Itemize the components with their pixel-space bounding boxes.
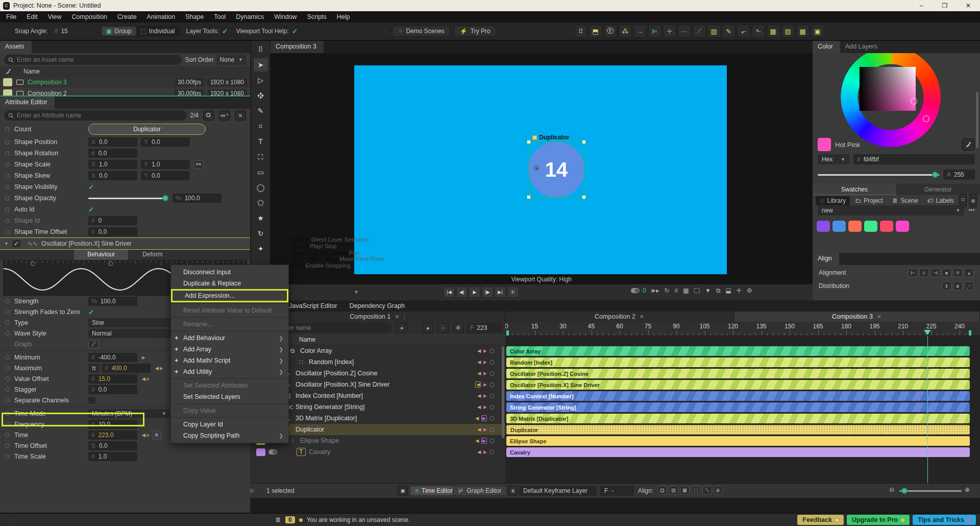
input-connection-icon[interactable]: ◀ [477,360,481,365]
output-connection-icon[interactable]: ▶ [483,404,487,410]
distribute-button-2[interactable]: ⋰ [964,281,974,291]
error-count-badge[interactable]: 0 [285,516,295,523]
dock-options-icon[interactable]: ▣ [398,486,408,496]
selection-handle[interactable] [527,140,531,144]
attribute-dot-icon[interactable] [5,140,10,145]
align-button-5[interactable]: ⌅ [964,268,974,277]
minimize-button[interactable]: – [910,2,933,9]
viewport-composition-tab[interactable]: Composition 3 [271,41,324,53]
menu-item-set-selected-layers[interactable]: Set Selected Layers [171,391,288,402]
attribute-dot-icon[interactable] [5,422,10,426]
align-button-3[interactable]: ⌆ [942,268,951,277]
attribute-dot-icon[interactable] [5,151,10,156]
close-button[interactable]: ✕ [957,2,980,9]
remove-connection-button[interactable]: ✕ [152,431,161,440]
color-swatch[interactable] [832,221,846,232]
attribute-dot-icon[interactable] [5,196,10,201]
menu-animation[interactable]: Animation [147,13,176,20]
falloff-icon[interactable]: Ⓕ [604,25,617,38]
menu-window[interactable]: Window [274,13,297,20]
checkbox-checked-icon[interactable]: ✓ [88,308,94,316]
menu-composition[interactable]: Composition [72,13,107,20]
menu-item-duplicate-replace[interactable]: Duplicate & Replace [171,278,288,289]
render-flag-icon[interactable] [489,382,494,387]
alpha-field[interactable]: A255 [943,170,975,180]
work-area-marker[interactable] [969,330,971,336]
hex-input[interactable]: #fd4fbf [853,154,975,164]
input-connection-icon[interactable]: ◀ [477,371,481,376]
link-scale-icon[interactable]: ⚯ [193,160,204,169]
go-to-end-button[interactable]: ▶| [495,286,506,298]
output-connection-icon[interactable]: ▶ [483,360,487,365]
feedback-button[interactable]: Feedback [797,515,844,525]
attribute-dot-icon[interactable] [5,320,10,325]
pivot-point-icon[interactable] [534,165,539,171]
grid-dots-icon[interactable]: ⠿ [574,25,587,38]
menu-scripts[interactable]: Scripts [307,13,327,20]
ellipse-tool-icon[interactable]: ◯ [254,181,268,194]
kf-align-button-3[interactable]: ⬚ [691,486,701,495]
connect-up-icon[interactable]: ⬑ [752,25,765,38]
visibility-pill-icon[interactable] [631,288,640,293]
attribute-dot-icon[interactable] [5,185,10,189]
rectangle-tool-icon[interactable]: ▭ [254,165,268,179]
rows-icon[interactable]: ▤ [781,25,795,38]
pen-tool-icon[interactable]: ✎ [722,25,736,38]
upgrade-to-pro-button[interactable]: Upgrade to Pro [847,515,910,525]
viewport[interactable]: Composition 3 14 Duplicator Hold S Direc… [271,41,813,300]
menu-item-copy-layer-id[interactable]: Copy Layer Id [171,419,288,430]
timeline-bar-duplicator[interactable]: Duplicator [506,425,970,435]
render-flag-icon[interactable] [489,349,494,353]
render-flag-icon[interactable] [489,371,494,376]
console-icon[interactable]: 🗏 [275,516,281,523]
curve-icon[interactable]: ⟋ [693,25,706,38]
input-connection-icon[interactable]: ◀ [477,348,481,353]
attribute-field[interactable]: #400.0 [102,364,151,373]
checkbox-checked-icon[interactable]: ✓ [88,183,94,191]
input-connection-icon[interactable]: ◀ [475,381,481,388]
go-to-start-button[interactable]: |◀ [444,286,455,298]
graph-editor-button[interactable]: ⊬Graph Editor [453,486,507,496]
swatch-group-dropdown[interactable]: new▼ [818,205,964,216]
attribute-dot-icon[interactable] [5,433,10,437]
kf-align-button-4[interactable]: ⟍ [702,486,712,495]
panel-scrollbar[interactable] [976,92,978,148]
input-connection-icon[interactable]: ◀ [142,433,145,438]
attribute-editor-tab[interactable]: Attribute Editor [0,97,55,109]
keyframe-layer-icon[interactable]: ≶ [508,486,518,496]
select-tool-icon[interactable]: ➤ [254,58,268,71]
timeline-bar-color-array[interactable]: Color Array [506,346,970,356]
menu-item-add-expression-[interactable]: Add Expression... [171,289,288,302]
saturation-value-square[interactable] [860,67,916,111]
solo-filter-icon[interactable]: ◕ [422,323,433,333]
kf-align-button-5[interactable]: ⊪ [714,486,723,495]
attribute-field[interactable]: Y0.0 [141,137,190,147]
pen-tool-icon[interactable]: ✎ [254,104,268,117]
maximize-button[interactable]: ❐ [933,2,957,9]
refresh-icon[interactable]: ↻ [664,287,669,294]
trim-icon[interactable]: ▥ [707,25,721,38]
output-connection-icon[interactable]: ▶ [483,393,487,398]
attribute-field[interactable]: %100.0 [173,194,222,203]
attribute-field[interactable]: #223.0 [88,431,137,440]
render-flag-icon[interactable] [489,427,494,432]
menu-edit[interactable]: Edit [27,13,38,20]
render-flag-icon[interactable] [489,439,494,443]
attribute-dot-icon[interactable] [5,309,10,314]
grid-handle-icon[interactable]: ⠿ [254,43,268,56]
library-tab-labels[interactable]: 🏷Labels [923,196,958,205]
menu-item-copy-scripting-path[interactable]: Copy Scripting Path❯ [171,430,288,441]
attribute-dot-icon[interactable] [5,376,10,381]
output-connection-icon[interactable]: ▶ [483,348,487,353]
attribute-dot-icon[interactable] [5,174,10,178]
attribute-dropdown[interactable]: Minutes (BPM)▼ [88,409,170,418]
attribute-field[interactable]: #15.0 [88,374,137,384]
output-connection-icon[interactable]: ▶ [481,438,487,444]
attribute-field[interactable]: #0 [88,216,137,225]
rotate-tool-icon[interactable]: ↻ [254,227,268,240]
close-icon[interactable]: ✕ [877,314,881,320]
behaviour-tab[interactable]: Behaviour [74,250,128,260]
attribute-dot-icon[interactable] [5,366,10,370]
attribute-dot-icon[interactable] [5,230,10,234]
play-button[interactable]: ▶ [469,286,480,298]
